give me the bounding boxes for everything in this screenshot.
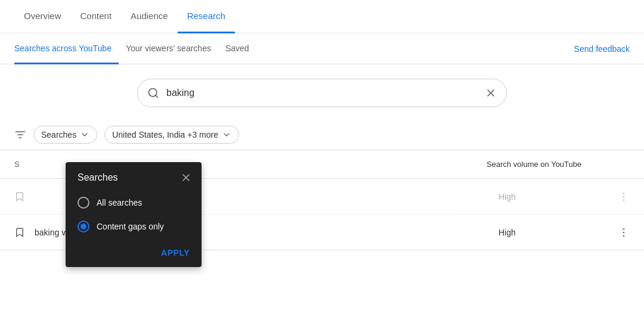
radio-all-searches — [78, 197, 89, 209]
bookmark-icon[interactable] — [14, 191, 25, 202]
tab-audience[interactable]: Audience — [121, 0, 178, 33]
more-options-icon[interactable] — [618, 226, 630, 238]
radio-content-gaps — [78, 221, 89, 232]
subnav-searches-across-youtube[interactable]: Searches across YouTube — [14, 33, 119, 64]
dropdown-close-icon[interactable] — [180, 172, 192, 184]
svg-point-8 — [623, 196, 625, 197]
location-chip-label: United States, India +3 more — [112, 130, 218, 139]
tab-content[interactable]: Content — [71, 0, 122, 33]
more-options-icon[interactable] — [618, 191, 630, 203]
searches-dropdown: Searches All searches Content gaps only … — [66, 162, 202, 267]
col-volume-header: Search volume on YouTube — [487, 160, 606, 169]
searches-filter-chip[interactable]: Searches — [33, 126, 97, 144]
svg-line-1 — [156, 95, 158, 98]
filter-row: Searches United States, India +3 more — [0, 119, 644, 150]
subnav-viewers-searches[interactable]: Your viewers' searches — [119, 33, 218, 64]
row-volume: High — [499, 192, 618, 201]
svg-point-12 — [623, 235, 625, 237]
send-feedback-link[interactable]: Send feedback — [574, 44, 630, 54]
option-all-searches-label: All searches — [97, 198, 142, 207]
apply-button[interactable]: APPLY — [161, 248, 190, 257]
option-content-gaps-label: Content gaps only — [97, 222, 164, 231]
dropdown-apply-section: APPLY — [66, 238, 202, 267]
clear-icon[interactable] — [485, 87, 497, 99]
searches-chip-label: Searches — [41, 130, 76, 139]
dropdown-title: Searches — [78, 172, 118, 183]
dropdown-header: Searches — [66, 162, 202, 191]
location-filter-chip[interactable]: United States, India +3 more — [104, 126, 239, 144]
tab-research[interactable]: Research — [178, 0, 235, 33]
search-container — [0, 64, 644, 119]
filter-lines-icon[interactable] — [14, 129, 26, 141]
svg-point-10 — [623, 228, 625, 229]
search-icon — [147, 87, 159, 99]
radio-inner-dot — [80, 224, 86, 229]
bookmark-icon[interactable] — [14, 227, 25, 238]
search-box — [137, 79, 507, 107]
svg-point-7 — [623, 192, 625, 194]
option-all-searches[interactable]: All searches — [66, 191, 202, 215]
subnav-saved[interactable]: Saved — [218, 33, 256, 64]
svg-point-9 — [623, 199, 625, 201]
top-nav: Overview Content Audience Research — [0, 0, 644, 33]
row-volume: High — [499, 228, 618, 237]
search-input[interactable] — [166, 88, 485, 98]
svg-point-11 — [623, 231, 625, 233]
option-content-gaps[interactable]: Content gaps only — [66, 215, 202, 238]
tab-overview[interactable]: Overview — [14, 0, 71, 33]
sub-nav: Searches across YouTube Your viewers' se… — [0, 33, 644, 64]
